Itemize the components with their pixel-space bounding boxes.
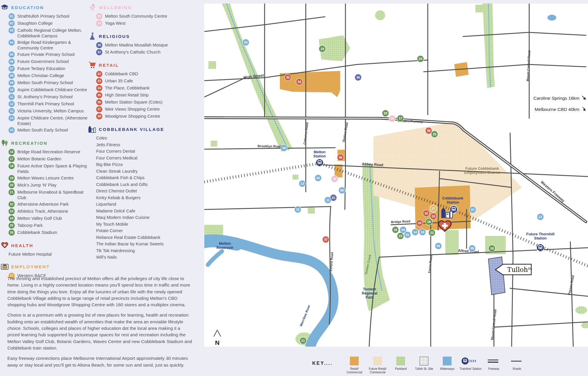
legend-item-label: Liquorland bbox=[96, 202, 116, 207]
legend-item: 17Melton Botanic Garden bbox=[9, 156, 88, 162]
description-paragraph: The thriving and established precinct of… bbox=[7, 275, 192, 308]
legend-section-title: WELLBEING bbox=[99, 5, 132, 10]
legend-item-label: Yoga West bbox=[105, 21, 126, 26]
legend-section-village: COBBLEBANK VILLAGEColesJetts FitnessFour… bbox=[88, 125, 206, 260]
map-marker-14: 14 bbox=[412, 229, 419, 236]
map-marker-02: 02 bbox=[315, 175, 322, 182]
map-marker-25: 25 bbox=[431, 131, 438, 138]
legend-item-label: The Indian Bazar by Kumar Sweets bbox=[96, 241, 164, 247]
key-item-future: Future Retail/ Commercial bbox=[366, 354, 389, 374]
legend-section-wellbeing: WELLBEING28Melton South Community Centre… bbox=[88, 4, 206, 26]
legend-section-title: EMPLOYMENT bbox=[11, 264, 50, 269]
legend-item: 12Thornhill Park Primary School bbox=[9, 101, 88, 107]
map-marker-07: 07 bbox=[470, 207, 476, 213]
legend-item-label: Cobblebank Stadium bbox=[17, 230, 57, 235]
legend-item: 18Future Active Open Space & Playing Fie… bbox=[9, 163, 88, 174]
key-item-park: Parkland bbox=[389, 354, 412, 371]
legend-item: 09Melton South Primary School bbox=[9, 80, 88, 86]
education-icon bbox=[1, 4, 9, 11]
legend-section-header: EDUCATION bbox=[1, 4, 88, 11]
legend-item-label: Thornhill Park Primary School bbox=[17, 101, 74, 107]
map-marker-number: 14 bbox=[413, 230, 417, 234]
legend-item-label: Bridge Road Kindergarten & Community Cen… bbox=[17, 40, 88, 51]
roads-icon bbox=[511, 357, 523, 365]
legend-section-title: HEALTH bbox=[11, 243, 33, 248]
legend-item: 21Melbourne Runabout & Speedboat Club bbox=[9, 189, 88, 200]
map-marker-number: 12 bbox=[539, 215, 542, 219]
map-marker-number: 02 bbox=[316, 176, 320, 180]
health-icon bbox=[1, 242, 9, 249]
map-marker-27: 27 bbox=[430, 205, 437, 212]
key-swatch-water bbox=[443, 357, 452, 365]
legend-item: 31St Anthony’s Catholic Church bbox=[96, 49, 206, 55]
legend-item: Potato Corner bbox=[96, 228, 206, 234]
legend-item-label: Atherstone Adventure Park bbox=[17, 202, 69, 207]
legend-section-header: RECREATION bbox=[1, 139, 88, 147]
map-marker-26: 26 bbox=[426, 219, 432, 225]
village-icon bbox=[88, 125, 96, 133]
legend-section-items: 28Melton South Community Centre29Yoga We… bbox=[88, 14, 206, 26]
legend-section-retail: RETAIL32Cobblebank CBD33Urban 35 Cafe34T… bbox=[88, 61, 206, 119]
legend-item: 37Weir Views Shopping Centre bbox=[96, 107, 206, 112]
legend-item: 35High Street Retail Strip bbox=[96, 92, 206, 98]
legend-item-label: Direct Chemist Outlet bbox=[96, 188, 137, 194]
legend-column-1: EDUCATION01Strathtulloh Primary School02… bbox=[1, 4, 88, 285]
legend-item-label: Victoria University, Melton Campus bbox=[17, 108, 84, 114]
legend-item-label: Melton South Early School bbox=[17, 127, 68, 133]
legend-item: My Touch Mobile bbox=[96, 222, 206, 227]
legend-item-badge: 23 bbox=[9, 208, 15, 214]
legend-item-label: Four Corners Medical bbox=[96, 155, 137, 161]
key-item-label: Tulloh St. Site bbox=[412, 367, 436, 371]
freeway-icon bbox=[488, 357, 500, 365]
map-marker-30: 30 bbox=[355, 74, 362, 81]
map-marker-37: 37 bbox=[323, 236, 329, 243]
legend-item-badge: 22 bbox=[9, 201, 15, 207]
legend-item: 01Strathtulloh Primary School bbox=[9, 14, 88, 19]
legend-section-religious: RELIGIOUS30Melton Madina Musallah Mosque… bbox=[88, 32, 206, 55]
map-marker-number: 16 bbox=[394, 228, 397, 232]
legend-item: 10Aspire Cobblebank Childcare Centre bbox=[9, 87, 88, 93]
svg-text:Melbourne CBD 40km: Melbourne CBD 40km bbox=[535, 107, 579, 112]
legend-item: 36Melton Station Square (Coles) bbox=[96, 99, 206, 105]
key-swatch-future bbox=[373, 357, 382, 365]
legend-section-header: COBBLEBANK VILLAGE bbox=[88, 125, 206, 133]
map-marker-number: 31 bbox=[332, 196, 335, 199]
map-marker-number: 15 bbox=[296, 208, 300, 211]
legend-item-label: Future Melton Hospital bbox=[9, 252, 52, 257]
legend-item: 15Melton South Early School bbox=[9, 127, 88, 133]
description-paragraph: Choice is at a premium with a growing li… bbox=[7, 312, 192, 351]
map-marker-23: 23 bbox=[397, 233, 404, 239]
legend-item: Tik Tok Hairdressing bbox=[96, 248, 206, 254]
legend-item: 32Cobblebank CBD bbox=[96, 71, 206, 77]
map-marker-number: 29 bbox=[390, 117, 394, 120]
legend-section-items: 32Cobblebank CBD33Urban 35 Cafe34The Pla… bbox=[88, 71, 206, 119]
map-marker-24: 24 bbox=[417, 56, 424, 62]
key-item-train: Trainline/ Station bbox=[459, 354, 482, 371]
legend-item-label: Mauj Modern Indian Cuisine bbox=[96, 215, 150, 220]
legend-item-badge: 13 bbox=[9, 108, 15, 114]
map-marker-20: 20 bbox=[382, 110, 389, 117]
legend-item: 23Athletics Track, Atherstone bbox=[9, 209, 88, 214]
legend-item-label: Weir Views Shopping Centre bbox=[105, 107, 160, 112]
key-item-label: Roads bbox=[505, 367, 529, 371]
legend-item: 13Victoria University, Melton Campus bbox=[9, 108, 88, 114]
map-marker-number: 36 bbox=[339, 156, 342, 159]
map-marker-number: 08 bbox=[282, 146, 286, 150]
employment-icon bbox=[1, 263, 9, 271]
legend-item: 28Melton South Community Centre bbox=[96, 14, 206, 19]
legend-item: Future Melton Hospital bbox=[9, 252, 88, 257]
legend-item-label: Madame Dolcé Cafe bbox=[96, 208, 135, 214]
legend-section-items: Future Melton Hospital bbox=[1, 252, 88, 257]
map-canvas: TullohSt. Caroline Springs 16km Melbourn… bbox=[204, 4, 588, 347]
legend-item-label: Strathtulloh Primary School bbox=[17, 14, 69, 19]
legend-item-label: Jetts Fitness bbox=[96, 142, 120, 148]
legend-item: 14Aspire Childcare Centre, (Atherstone E… bbox=[9, 115, 88, 126]
legend-section-header: WELLBEING bbox=[88, 4, 206, 11]
map-marker-number: 20 bbox=[384, 112, 387, 115]
key-item-label: Freeway bbox=[482, 367, 505, 371]
legend-item: 02Staughton College bbox=[9, 21, 88, 26]
legend-item-label: Athletics Track, Atherstone bbox=[17, 209, 68, 214]
legend-item-badge: 37 bbox=[96, 106, 102, 112]
legend-item-badge: 21 bbox=[9, 189, 15, 195]
key-item-label: Waterways bbox=[436, 367, 459, 371]
